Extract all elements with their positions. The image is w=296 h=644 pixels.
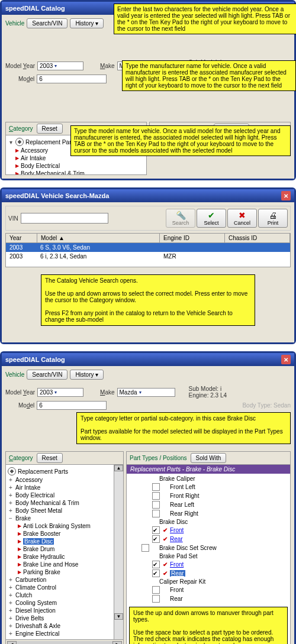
parttype-row[interactable]: Brake Disc [129, 518, 288, 526]
col-chassis[interactable]: Chassis ID [225, 234, 290, 242]
parttype-label: Rear [170, 536, 183, 542]
category-label: Category [9, 125, 33, 132]
scroll-right-button[interactable]: ► [112, 641, 122, 644]
parttype-row[interactable]: Brake Caliper [129, 475, 288, 483]
make-tooltip: Type the manufacturer name for vehicle. … [122, 60, 296, 91]
reset-button[interactable]: Reset [37, 453, 63, 463]
checkbox[interactable] [152, 501, 160, 509]
scrollbar[interactable]: ▲▼ [114, 465, 123, 639]
col-engine[interactable]: Engine ID [160, 234, 225, 242]
table-row[interactable]: 2003 6 S, 3.0 V6, Sedan [6, 243, 290, 252]
make-label: Make [100, 63, 114, 69]
close-icon[interactable]: ✕ [281, 355, 291, 364]
gear-icon [15, 138, 24, 146]
table-header: Year Model ▲ Engine ID Chassis ID [5, 233, 291, 243]
parttype-label: Front [170, 527, 184, 533]
catalog-window: speedDIAL Catalog ✕ Vehicle Search/VIN H… [0, 0, 296, 180]
parttype-row[interactable]: Rear Right [129, 509, 288, 518]
submodel-text: Sub Model: i [189, 386, 227, 392]
parttype-row[interactable]: Rear Left [129, 500, 288, 509]
make-combo[interactable]: Mazda▾ [117, 388, 175, 397]
tree-item: ▶Body Mechanical & Trim [8, 170, 144, 175]
category-tree[interactable]: Replacement Parts +Accessory +Air Intake… [5, 465, 124, 640]
search-tooltip: The Catalog Vehicle Search opens. Use th… [41, 274, 255, 326]
checkbox[interactable] [152, 492, 160, 500]
parttype-label: Rear Right [170, 510, 198, 517]
search-vin-button[interactable]: Search/VIN [27, 18, 67, 28]
parttypes-label: Part Types / Positions [130, 455, 187, 461]
parttypes-panel-head: Part Types / Positions Sold With [126, 451, 291, 465]
cancel-button[interactable]: ✖Cancel [227, 209, 257, 228]
parttype-row[interactable]: ✔✔Front [129, 560, 288, 569]
history-button[interactable]: History ▾ [70, 18, 104, 28]
parttypes-breadcrumb: Replacement Parts - Brake - Brake Disc [127, 465, 290, 474]
parttype-row[interactable]: ✔✔Front [129, 526, 288, 535]
col-year[interactable]: Year [6, 234, 37, 242]
select-button[interactable]: ✔Select [197, 209, 226, 228]
soldwith-button[interactable]: Sold With [191, 453, 227, 463]
vehicle-label: Vehicle [5, 371, 24, 378]
checkbox[interactable] [152, 483, 160, 491]
check-icon: ✔ [208, 211, 215, 220]
parttype-row[interactable]: Brake Pad Set [129, 552, 288, 560]
bodytype-text: Body Type: Sedan [242, 402, 291, 409]
parttype-row[interactable]: Brake Disc Set Screw [129, 543, 288, 552]
reset-button[interactable]: Reset [37, 124, 63, 134]
parttype-label: Front [170, 587, 184, 593]
title: speedDIAL Vehicle Search-Mazda [5, 192, 109, 199]
checkbox[interactable]: ✔ [152, 526, 160, 534]
vin-input[interactable] [21, 213, 108, 224]
model-label: Model [18, 402, 34, 409]
col-model[interactable]: Model ▲ [37, 234, 160, 242]
parttype-row[interactable]: Rear [129, 594, 288, 603]
tree-item: ▶Body Electrical [8, 162, 144, 170]
checkbox[interactable]: ✔ [152, 561, 160, 568]
checkbox[interactable] [141, 544, 149, 552]
print-button[interactable]: 🖨Print [258, 209, 288, 228]
catalog-window-full: speedDIAL Catalog ✕ Vehicle Search/VIN H… [0, 351, 296, 644]
scroll-left-button[interactable]: ◄ [7, 641, 17, 644]
parttype-label: Brake Caliper [159, 475, 195, 482]
vehicle-label: Vehicle [5, 20, 24, 27]
checkmark-icon: ✔ [162, 527, 168, 533]
parttype-label: Brake Disc [159, 519, 188, 525]
parttype-label: Front [170, 561, 184, 568]
parttype-row[interactable]: Front Left [129, 483, 288, 491]
year-tooltip: Enter the last two characters for the ve… [114, 4, 296, 34]
model-combo[interactable]: 6 [37, 75, 107, 83]
title: speedDIAL Catalog [5, 356, 65, 363]
close-icon[interactable]: ✕ [281, 191, 291, 200]
parttypes-tooltip: Use the up and down arrows to manuver th… [129, 607, 288, 644]
checkbox[interactable] [152, 510, 160, 517]
checkmark-icon: ✔ [162, 561, 168, 568]
category-tooltip: Type category letter or partial sub-cate… [76, 412, 291, 444]
parttype-label: Brake Disc Set Screw [159, 545, 217, 551]
parttype-label: Rear [170, 570, 185, 577]
cancel-icon: ✖ [239, 211, 246, 220]
gear-icon [8, 467, 16, 475]
titlebar: speedDIAL Catalog ✕ [2, 353, 294, 366]
parttype-label: Rear [170, 596, 183, 602]
vehicle-search-window: speedDIAL Vehicle Search-Mazda ✕ VIN 🔦Se… [0, 187, 296, 344]
parttype-label: Brake Pad Set [159, 553, 197, 559]
checkbox[interactable] [152, 595, 160, 603]
checkbox[interactable] [152, 586, 160, 594]
year-combo[interactable]: 2003▾ [37, 388, 83, 397]
checkbox[interactable]: ✔ [152, 535, 160, 543]
titlebar: speedDIAL Vehicle Search-Mazda ✕ [2, 189, 294, 202]
year-combo[interactable]: 2003▾ [37, 62, 83, 70]
model-combo[interactable]: 6 [37, 401, 107, 410]
vin-label: VIN [8, 215, 18, 222]
parttype-row[interactable]: Caliper Repair Kit [129, 578, 288, 585]
table-row[interactable]: 2003 6 i, 2.3 L4, Sedan MZR [6, 252, 290, 261]
parttype-row[interactable]: Front Right [129, 491, 288, 500]
search-vin-button[interactable]: Search/VIN [27, 370, 67, 380]
parttype-row[interactable]: ✔✔Rear [129, 569, 288, 578]
parttype-row[interactable]: ✔✔Rear [129, 535, 288, 543]
parttype-row[interactable]: Front [129, 585, 288, 594]
checkbox[interactable]: ✔ [152, 569, 160, 577]
checkmark-icon: ✔ [162, 536, 168, 542]
history-button[interactable]: History ▾ [70, 370, 104, 380]
flashlight-icon: 🔦 [176, 211, 186, 220]
checkmark-icon: ✔ [162, 570, 168, 577]
